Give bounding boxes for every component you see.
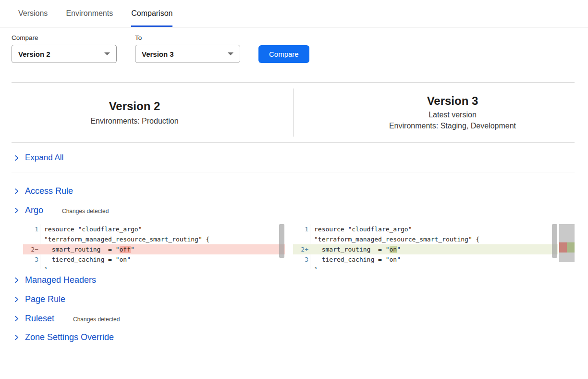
line-number: 2+ xyxy=(293,244,310,254)
chevron-right-icon xyxy=(13,296,20,303)
code-text: "terraform_managed_resource_smart_routin… xyxy=(310,234,558,244)
version-right-header: Version 3 Latest version Environments: S… xyxy=(317,83,588,142)
version-right-subtitle: Latest version xyxy=(317,110,588,120)
code-text: resource "cloudflare_argo" xyxy=(310,224,558,234)
caret-down-icon xyxy=(228,52,233,55)
section-label: Argo xyxy=(25,205,43,215)
minimap-removed-marker xyxy=(559,242,567,253)
code-text: tiered_caching = "on" xyxy=(40,254,285,265)
compare-button[interactable]: Compare xyxy=(258,45,309,63)
code-text: resource "cloudflare_argo" xyxy=(40,224,285,234)
to-version-value: Version 3 xyxy=(142,50,174,58)
tab-bar: Versions Environments Comparison xyxy=(0,0,588,27)
version-left-title: Version 2 xyxy=(0,99,269,114)
scrollbar-thumb[interactable] xyxy=(279,224,284,258)
section-label: Access Rule xyxy=(25,186,73,196)
line-number: 3 xyxy=(23,254,40,265)
added-word: on xyxy=(390,246,397,253)
chevron-right-icon xyxy=(13,316,20,322)
code-text: smart_routing = "off" xyxy=(40,244,285,254)
minimap-added-marker xyxy=(567,242,575,253)
version-headers: Version 2 Environments: Production Versi… xyxy=(0,83,588,142)
chevron-right-icon xyxy=(13,334,20,341)
diff-line-clipped: } xyxy=(23,265,285,269)
section-managed-headers[interactable]: Managed Headers xyxy=(0,275,588,285)
diff-line: 1 resource "cloudflare_argo" xyxy=(293,224,558,234)
code-text: tiered_caching = "on" xyxy=(310,254,558,265)
expand-all-toggle[interactable]: Expand All xyxy=(0,143,588,173)
version-left-environments: Environments: Production xyxy=(0,116,269,126)
removed-word: off xyxy=(120,246,131,253)
code-text: smart_routing = "on" xyxy=(310,244,558,254)
section-ruleset[interactable]: Ruleset Changes detected xyxy=(0,314,588,324)
compare-field-label: Compare xyxy=(12,34,117,41)
line-number xyxy=(293,234,310,244)
right-pane-scrollbar[interactable] xyxy=(551,224,558,269)
chevron-right-icon xyxy=(13,155,20,161)
line-number xyxy=(23,234,40,244)
diff-line: 3 tiered_caching = "on" xyxy=(293,254,558,265)
version-left-header: Version 2 Environments: Production xyxy=(0,83,269,142)
to-field-label: To xyxy=(135,34,240,41)
changes-badge: Changes detected xyxy=(73,316,120,323)
diff-line-wrap: "terraform_managed_resource_smart_routin… xyxy=(293,234,558,244)
divider xyxy=(12,173,575,173)
version-divider-wrap xyxy=(269,83,317,142)
section-argo[interactable]: Argo Changes detected xyxy=(0,205,588,215)
tab-environments[interactable]: Environments xyxy=(66,0,113,27)
diff-line: 1 resource "cloudflare_argo" xyxy=(23,224,285,234)
line-number xyxy=(23,265,40,269)
diff-left-pane[interactable]: 1 resource "cloudflare_argo" "terraform_… xyxy=(23,224,285,269)
to-version-select[interactable]: Version 3 xyxy=(135,45,240,63)
version-right-environments: Environments: Staging, Development xyxy=(317,121,588,131)
line-number: 1 xyxy=(23,224,40,234)
chevron-right-icon xyxy=(13,277,20,283)
left-pane-scrollbar[interactable] xyxy=(279,224,285,269)
compare-version-select[interactable]: Version 2 xyxy=(12,45,117,63)
code-text: } xyxy=(40,265,285,269)
diff-right-pane[interactable]: 1 resource "cloudflare_argo" "terraform_… xyxy=(293,224,558,269)
code-text: "terraform_managed_resource_smart_routin… xyxy=(40,234,285,244)
diff-line-removed: 2− smart_routing = "off" xyxy=(23,244,285,254)
line-number xyxy=(293,265,310,269)
line-number: 2− xyxy=(23,244,40,254)
compare-form: Compare Version 2 To Version 3 Compare xyxy=(12,34,588,63)
caret-down-icon xyxy=(104,52,110,55)
vertical-divider xyxy=(293,88,294,137)
compare-field: Compare Version 2 xyxy=(12,34,117,63)
section-label: Zone Settings Override xyxy=(25,332,114,342)
diff-line-clipped: } xyxy=(293,265,558,269)
diff-line-added: 2+ smart_routing = "on" xyxy=(293,244,558,254)
changes-badge: Changes detected xyxy=(62,208,109,215)
compare-version-value: Version 2 xyxy=(18,50,50,58)
diff-line: 3 tiered_caching = "on" xyxy=(23,254,285,265)
section-access-rule[interactable]: Access Rule xyxy=(0,186,588,196)
diff-minimap[interactable] xyxy=(559,224,575,262)
scrollbar-thumb[interactable] xyxy=(552,224,557,258)
chevron-right-icon xyxy=(13,207,20,214)
version-right-title: Version 3 xyxy=(317,94,588,108)
code-text: } xyxy=(310,265,558,269)
section-page-rule[interactable]: Page Rule xyxy=(0,294,588,304)
section-label: Managed Headers xyxy=(25,275,96,285)
tab-versions[interactable]: Versions xyxy=(18,0,48,27)
line-number: 1 xyxy=(293,224,310,234)
diff-line-wrap: "terraform_managed_resource_smart_routin… xyxy=(23,234,285,244)
to-field: To Version 3 xyxy=(135,34,240,63)
line-number: 3 xyxy=(293,254,310,265)
expand-all-label: Expand All xyxy=(25,153,63,163)
chevron-right-icon xyxy=(13,188,20,194)
tab-comparison[interactable]: Comparison xyxy=(131,0,172,27)
section-label: Page Rule xyxy=(25,294,65,304)
argo-diff-viewer: 1 resource "cloudflare_argo" "terraform_… xyxy=(23,224,575,269)
section-zone-settings-override[interactable]: Zone Settings Override xyxy=(0,332,588,342)
section-label: Ruleset xyxy=(25,314,54,324)
